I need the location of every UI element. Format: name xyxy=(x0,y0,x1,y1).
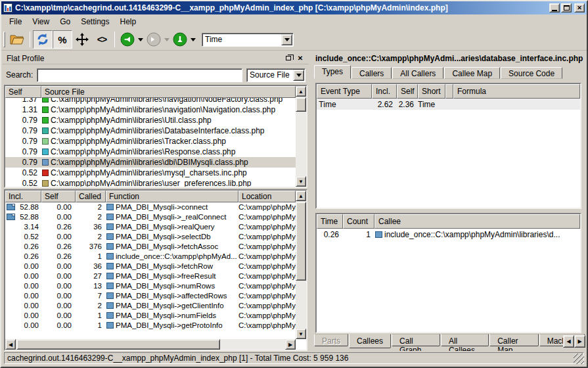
column-header-event-type[interactable]: Event Type xyxy=(317,84,372,99)
tab-all-callees[interactable]: All Callees xyxy=(441,334,489,346)
event-type-row[interactable]: Time2.622.36Time xyxy=(317,99,580,110)
scroll-down-button[interactable]: ▼ xyxy=(296,176,306,187)
menu-item-file[interactable]: File xyxy=(4,16,27,28)
back-button[interactable] xyxy=(118,30,137,49)
scrollbar-thumb[interactable] xyxy=(296,97,306,112)
column-header-short[interactable]: Short xyxy=(418,84,445,99)
scroll-up-button[interactable]: ▲ xyxy=(296,86,306,97)
column-header-self[interactable]: Self xyxy=(397,84,418,99)
source-file-row[interactable]: 0.79C:\xampp\phpMyAdmin\libraries\Tracke… xyxy=(5,136,296,147)
up-button[interactable] xyxy=(170,30,190,49)
function-hscrollbar[interactable]: ◀ ▶ xyxy=(5,339,296,350)
event-type-combobox[interactable]: Time xyxy=(202,33,294,47)
file-list-vscrollbar[interactable]: ▲ ▼ xyxy=(296,86,306,187)
function-row[interactable]: 0.260.261include_once::C:\xampp\phpMyAd.… xyxy=(5,251,296,261)
reload-button[interactable] xyxy=(33,30,53,49)
function-row[interactable]: 0.000.001PMA_DBI_Mysqli->numFieldsC:\xam… xyxy=(5,310,296,320)
title-bar[interactable]: C:\xampp\tmp\cachegrind.out.1416463299-C… xyxy=(1,1,587,14)
scroll-right-button[interactable]: ▶ xyxy=(285,339,296,350)
incl-value: 0.00 xyxy=(24,302,39,310)
function-row[interactable]: 0.000.007PMA_DBI_Mysqli->affectedRowsC:\… xyxy=(5,290,296,300)
column-header-incl[interactable]: Incl. xyxy=(5,191,41,202)
scroll-down-button[interactable]: ▼ xyxy=(296,329,306,339)
function-row[interactable]: 0.000.0036PMA_DBI_Mysqli->fetchRowC:\xam… xyxy=(5,261,296,271)
source-file-row[interactable]: 0.79C:\xampp\phpMyAdmin\libraries\Respon… xyxy=(5,147,296,157)
source-file-row[interactable]: 0.79C:\xampp\phpMyAdmin\libraries\Util.c… xyxy=(5,115,296,126)
function-row[interactable]: 0.520.002PMA_DBI_Mysqli->selectDbC:\xamp… xyxy=(5,231,296,241)
grouping-combobox[interactable]: Source File xyxy=(246,68,305,82)
menu-item-settings[interactable]: Settings xyxy=(76,16,114,28)
source-file-row[interactable]: 0.79C:\xampp\phpMyAdmin\libraries\Databa… xyxy=(5,126,296,136)
function-row[interactable]: 0.000.0027PMA_DBI_Mysqli->freeResultC:\x… xyxy=(5,271,296,281)
tab-parts[interactable]: Parts xyxy=(314,334,348,346)
dock-close-button[interactable]: ✕ xyxy=(296,54,305,62)
close-button[interactable]: ✕ xyxy=(574,3,585,12)
column-header-callee[interactable]: Callee xyxy=(374,214,580,229)
percent-toggle-button[interactable]: % xyxy=(53,30,72,49)
column-header-called[interactable]: Called xyxy=(76,191,106,202)
function-row[interactable]: 52.880.002PMA_DBI_Mysqli->_realConnectC:… xyxy=(5,212,296,221)
source-file-row[interactable]: 1.31C:\xampp\phpMyAdmin\libraries\naviga… xyxy=(5,104,296,115)
self-cost: 0.00 xyxy=(41,233,76,241)
source-file-header: Self Source File xyxy=(5,86,296,98)
flat-profile-dock-titlebar[interactable]: Flat Profile ✕ xyxy=(3,53,309,64)
column-header-incl[interactable]: Incl. xyxy=(372,84,397,99)
column-header-location[interactable]: Location xyxy=(238,191,296,202)
tab-all-callers[interactable]: All Callers xyxy=(392,67,443,79)
tab-types[interactable]: Types xyxy=(314,65,351,79)
up-dropdown[interactable] xyxy=(190,30,196,49)
source-file-row[interactable]: 0.52C:\xampp\phpMyAdmin\libraries\mysql_… xyxy=(5,168,296,178)
scrollbar-thumb[interactable] xyxy=(16,339,220,350)
toolbar-handle[interactable] xyxy=(3,32,5,47)
forward-dropdown[interactable] xyxy=(164,30,170,49)
column-header-spacer[interactable] xyxy=(445,84,453,99)
scrollbar-thumb[interactable] xyxy=(296,202,306,281)
combo-dropdown-button[interactable] xyxy=(293,70,304,81)
up-icon xyxy=(173,32,187,47)
function-vscrollbar[interactable]: ▲ ▼ xyxy=(296,191,306,339)
source-file-row[interactable]: 0.79C:\xampp\phpMyAdmin\libraries\dbi\DB… xyxy=(5,157,296,168)
tab-callers[interactable]: Callers xyxy=(351,67,392,79)
cycle-detection-button[interactable]: <> xyxy=(92,30,112,49)
tab-call-graph[interactable]: Call Graph xyxy=(392,334,440,346)
column-header-self[interactable]: Self xyxy=(41,191,76,202)
menu-item-view[interactable]: View xyxy=(27,16,55,28)
dock-layout-button[interactable] xyxy=(72,30,92,49)
function-row[interactable]: 0.000.001PMA_DBI_Mysqli->getProtoInfoC:\… xyxy=(5,320,296,330)
maximize-button[interactable] xyxy=(561,3,572,12)
menu-item-help[interactable]: Help xyxy=(115,16,142,28)
combo-dropdown-button[interactable] xyxy=(281,34,292,45)
column-header-time[interactable]: Time xyxy=(317,214,343,229)
function-row[interactable]: 0.260.26376PMA_DBI_Mysqli->fetchAssocC:\… xyxy=(5,241,296,251)
function-row[interactable]: 52.880.002PMA_DBI_Mysqli->connectC:\xamp… xyxy=(5,202,296,212)
column-header-function[interactable]: Function xyxy=(106,191,238,202)
column-header-formula[interactable]: Formula xyxy=(453,84,580,99)
function-row[interactable]: 0.000.002PMA_DBI_Mysqli->getClientInfoC:… xyxy=(5,300,296,310)
tab-source-code[interactable]: Source Code xyxy=(501,67,562,79)
column-header-self[interactable]: Self xyxy=(5,86,41,98)
search-input[interactable] xyxy=(37,68,242,82)
scroll-up-button[interactable]: ▲ xyxy=(296,191,306,201)
tab-scroll-right-button[interactable]: ▶ xyxy=(574,335,585,348)
tab-callee-map[interactable]: Callee Map xyxy=(444,67,500,79)
dock-float-button[interactable] xyxy=(284,54,293,62)
location: C:\xampp\phpMy... xyxy=(238,292,296,300)
resize-grip[interactable] xyxy=(574,354,584,364)
callee-row[interactable]: 0.261include_once::C:\xampp\phpMyAdmin\l… xyxy=(317,229,580,240)
tab-caller-map[interactable]: Caller Map xyxy=(489,334,538,346)
forward-button[interactable] xyxy=(144,30,164,49)
tab-callees[interactable]: Callees xyxy=(349,334,391,348)
scroll-left-button[interactable]: ◀ xyxy=(5,339,16,350)
open-file-button[interactable] xyxy=(7,30,27,49)
function-row[interactable]: 0.000.0013PMA_DBI_Mysqli->numRowsC:\xamp… xyxy=(5,281,296,290)
column-header-count[interactable]: Count xyxy=(343,214,374,229)
column-header-source-file[interactable]: Source File xyxy=(41,86,296,98)
tab-scroll-left-button[interactable]: ◀ xyxy=(563,335,574,348)
minimize-button[interactable] xyxy=(549,3,560,12)
self-cost: 0.00 xyxy=(41,292,76,300)
source-file-row[interactable]: 0.52C:\xampp\phpMyAdmin\libraries\user_p… xyxy=(5,178,296,187)
function-name: PMA_DBI_Mysqli->getClientInfo xyxy=(116,302,224,310)
menu-item-go[interactable]: Go xyxy=(55,16,76,28)
back-dropdown[interactable] xyxy=(137,30,144,49)
function-row[interactable]: 3.140.2636PMA_DBI_Mysqli->realQueryC:\xa… xyxy=(5,221,296,231)
